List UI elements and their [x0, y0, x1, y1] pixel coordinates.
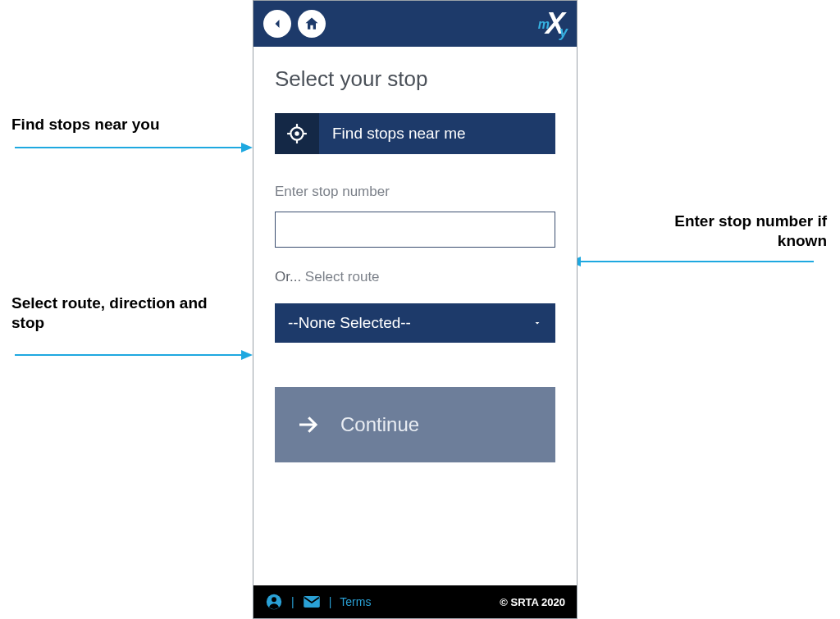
- annotation-select-route: Select route, direction and stop: [11, 294, 225, 333]
- find-stops-label: Find stops near me: [319, 125, 466, 143]
- chevron-down-icon: [532, 318, 542, 328]
- home-icon: [304, 16, 320, 32]
- app-logo: mXy: [538, 7, 567, 41]
- stop-number-input[interactable]: [275, 212, 555, 248]
- annotation-arrow-number: [581, 261, 814, 262]
- app-footer: | | Terms © SRTA 2020: [253, 585, 577, 618]
- mail-button[interactable]: [303, 595, 321, 608]
- svg-point-1: [294, 131, 299, 135]
- find-stops-button[interactable]: Find stops near me: [275, 113, 555, 154]
- locate-icon: [286, 123, 308, 144]
- annotation-find-near: Find stops near you: [11, 115, 160, 134]
- stop-number-label: Enter stop number: [275, 184, 555, 200]
- back-arrow-icon: [269, 16, 285, 32]
- mail-icon: [303, 595, 321, 608]
- phone-frame: mXy Select your stop Find stops near me …: [253, 0, 578, 619]
- app-header: mXy: [253, 1, 577, 47]
- annotation-enter-number: Enter stop number if known: [630, 212, 827, 251]
- page-title: Select your stop: [275, 66, 555, 92]
- annotation-arrowhead-find: [241, 143, 253, 152]
- footer-divider-2: |: [329, 595, 332, 608]
- terms-link[interactable]: Terms: [340, 595, 371, 608]
- home-button[interactable]: [298, 10, 326, 38]
- account-button[interactable]: [265, 593, 283, 611]
- annotation-arrow-find: [15, 147, 241, 148]
- footer-divider: |: [291, 595, 294, 608]
- header-left-controls: [263, 10, 326, 38]
- route-select[interactable]: --None Selected--: [275, 303, 555, 343]
- user-circle-icon: [265, 593, 283, 611]
- locate-icon-box: [275, 113, 319, 154]
- arrow-right-icon: [295, 412, 320, 437]
- back-button[interactable]: [263, 10, 291, 38]
- continue-label: Continue: [340, 413, 419, 436]
- main-content: Select your stop Find stops near me Ente…: [253, 47, 577, 585]
- svg-point-7: [272, 597, 276, 602]
- annotation-arrow-route: [15, 354, 241, 356]
- or-select-route-label: Or... Select route: [275, 269, 555, 285]
- continue-button[interactable]: Continue: [275, 387, 555, 462]
- footer-left: | | Terms: [265, 593, 371, 611]
- route-select-value: --None Selected--: [288, 314, 411, 332]
- copyright-text: © SRTA 2020: [500, 596, 565, 608]
- annotation-arrowhead-route: [241, 350, 253, 360]
